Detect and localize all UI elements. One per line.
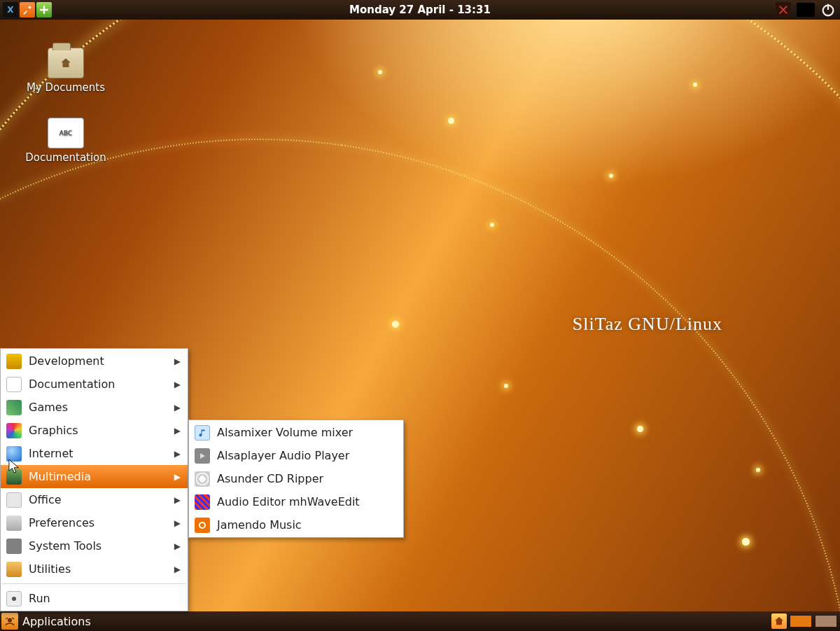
settings-icon[interactable] bbox=[20, 2, 35, 18]
menu-item-label: System Tools bbox=[29, 539, 102, 553]
menu-item-label: Graphics bbox=[29, 424, 78, 437]
desktop-icon-documentation[interactable]: ABC Documentation bbox=[17, 118, 115, 164]
submenu-item-label: Asunder CD Ripper bbox=[217, 472, 323, 485]
submenu-item-label: Audio Editor mhWaveEdit bbox=[217, 495, 360, 508]
top-panel: X Monday 27 April - 13:31 bbox=[0, 0, 840, 20]
wallpaper-brand-text: SliTaz GNU/Linux bbox=[573, 314, 722, 335]
cd-icon bbox=[195, 471, 210, 487]
documentation-icon bbox=[6, 377, 22, 392]
utilities-icon bbox=[6, 562, 22, 577]
wave-editor-icon bbox=[195, 494, 210, 510]
office-icon bbox=[6, 492, 22, 508]
games-icon bbox=[6, 400, 22, 415]
desktop-icon-label: Documentation bbox=[25, 151, 106, 164]
submenu-item-label: Jamendo Music bbox=[217, 518, 302, 532]
music-note-icon bbox=[195, 425, 210, 441]
menu-item-label: Documentation bbox=[29, 377, 115, 391]
xterm-icon[interactable]: X bbox=[3, 2, 18, 18]
desktop-icon-label: My Documents bbox=[27, 81, 105, 94]
menu-item-graphics[interactable]: Graphics ▶ bbox=[1, 419, 188, 442]
submenu-item-mhwaveedit[interactable]: Audio Editor mhWaveEdit bbox=[189, 490, 403, 513]
multimedia-submenu: Alsamixer Volume mixer Alsaplayer Audio … bbox=[188, 419, 404, 538]
submenu-arrow-icon: ▶ bbox=[174, 403, 181, 412]
submenu-item-label: Alsaplayer Audio Player bbox=[217, 449, 349, 462]
menu-item-label: Office bbox=[29, 493, 62, 506]
submenu-arrow-icon: ▶ bbox=[174, 495, 181, 505]
menu-item-system-tools[interactable]: System Tools ▶ bbox=[1, 534, 188, 557]
submenu-item-asunder[interactable]: Asunder CD Ripper bbox=[189, 467, 403, 490]
submenu-arrow-icon: ▶ bbox=[174, 472, 181, 482]
menu-separator bbox=[2, 583, 186, 584]
menu-item-development[interactable]: Development ▶ bbox=[1, 349, 188, 373]
multimedia-icon bbox=[6, 469, 22, 485]
submenu-arrow-icon: ▶ bbox=[174, 426, 181, 436]
menu-item-preferences[interactable]: Preferences ▶ bbox=[1, 511, 188, 534]
blank-tray-icon[interactable] bbox=[797, 3, 815, 17]
applications-button-label: Applications bbox=[22, 615, 91, 628]
svg-point-2 bbox=[12, 597, 16, 601]
run-icon bbox=[6, 591, 22, 606]
power-icon[interactable] bbox=[820, 2, 836, 18]
jamendo-icon bbox=[195, 518, 210, 533]
menu-item-label: Development bbox=[29, 354, 104, 368]
submenu-arrow-icon: ▶ bbox=[174, 564, 181, 574]
svg-point-3 bbox=[8, 618, 12, 623]
clock-text: Monday 27 April - 13:31 bbox=[0, 4, 840, 16]
submenu-item-alsaplayer[interactable]: Alsaplayer Audio Player bbox=[189, 444, 403, 467]
workspace-2[interactable] bbox=[815, 615, 837, 627]
system-tools-icon bbox=[6, 539, 22, 554]
folder-icon bbox=[48, 48, 84, 78]
applications-menu: Development ▶ Documentation ▶ Games ▶ Gr… bbox=[0, 348, 188, 611]
menu-item-label: Run bbox=[29, 592, 50, 605]
menu-item-utilities[interactable]: Utilities ▶ bbox=[1, 557, 188, 581]
network-status-icon[interactable] bbox=[776, 2, 791, 18]
applications-button[interactable]: Applications bbox=[0, 611, 98, 631]
show-desktop-icon[interactable] bbox=[771, 613, 787, 629]
menu-item-label: Utilities bbox=[29, 562, 71, 576]
menu-item-documentation[interactable]: Documentation ▶ bbox=[1, 373, 188, 396]
menu-item-label: Games bbox=[29, 401, 68, 414]
menu-item-label: Internet bbox=[29, 447, 74, 460]
menu-item-label: Multimedia bbox=[29, 470, 91, 483]
audio-player-icon bbox=[195, 448, 210, 464]
preferences-icon bbox=[6, 515, 22, 531]
menu-item-office[interactable]: Office ▶ bbox=[1, 488, 188, 511]
menu-item-internet[interactable]: Internet ▶ bbox=[1, 442, 188, 465]
document-icon: ABC bbox=[48, 118, 84, 148]
submenu-arrow-icon: ▶ bbox=[174, 356, 181, 366]
desktop-icon-my-documents[interactable]: My Documents bbox=[17, 48, 115, 94]
submenu-item-label: Alsamixer Volume mixer bbox=[217, 426, 353, 439]
add-icon[interactable] bbox=[36, 2, 52, 18]
internet-icon bbox=[6, 446, 22, 462]
menu-item-games[interactable]: Games ▶ bbox=[1, 396, 188, 419]
development-icon bbox=[6, 354, 22, 369]
submenu-arrow-icon: ▶ bbox=[174, 518, 181, 528]
menu-item-run[interactable]: Run bbox=[1, 587, 188, 610]
menu-item-label: Preferences bbox=[29, 516, 94, 529]
slitaz-logo-icon bbox=[1, 613, 18, 630]
workspace-1[interactable] bbox=[790, 615, 812, 627]
submenu-arrow-icon: ▶ bbox=[174, 380, 181, 389]
bottom-panel: Applications bbox=[0, 611, 840, 631]
submenu-item-alsamixer[interactable]: Alsamixer Volume mixer bbox=[189, 421, 403, 444]
submenu-arrow-icon: ▶ bbox=[174, 449, 181, 459]
submenu-item-jamendo[interactable]: Jamendo Music bbox=[189, 513, 403, 536]
menu-item-multimedia[interactable]: Multimedia ▶ bbox=[1, 465, 188, 488]
graphics-icon bbox=[6, 423, 22, 438]
submenu-arrow-icon: ▶ bbox=[174, 541, 181, 551]
